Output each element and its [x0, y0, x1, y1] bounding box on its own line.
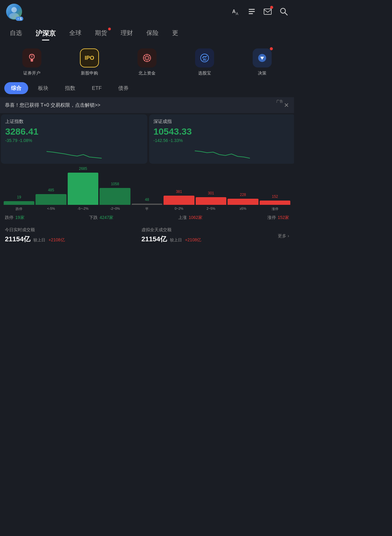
bar-label-2: -5~-2% [68, 207, 98, 211]
bar-col-limit-down: 19 [4, 195, 34, 205]
bar-label-7: ≥5% [228, 207, 258, 211]
volume-section: 今日实时成交额 21154亿 较上日 +2108亿 虚拟全天成交额 21154亿… [0, 224, 294, 249]
futures-dot [108, 28, 111, 30]
filter-sector[interactable]: 板块 [31, 82, 55, 94]
filter-tabs: 综合 板块 指数 ETF 债券 [0, 79, 294, 97]
bar-col-gte5: 228 [228, 193, 258, 205]
quick-item-account[interactable]: ¥ 证券开户 [3, 48, 61, 76]
shenzhen-sparkline [153, 145, 291, 161]
tab-more[interactable]: 更 [165, 25, 185, 42]
svg-line-22 [149, 56, 150, 57]
bar-val-gte5: 228 [240, 193, 246, 197]
mail-icon[interactable] [263, 7, 272, 18]
avatar-badge: 5 [16, 17, 23, 21]
svg-rect-8 [264, 9, 271, 14]
svg-rect-7 [249, 13, 253, 14]
tab-global[interactable]: 全球 [62, 25, 88, 42]
bar-body-limit-up [260, 201, 290, 205]
summary-label-rise: 上涨 [178, 215, 187, 220]
bar-labels: 跌停 <-5% -5~-2% -2~0% 平 0~2% 2~5% ≥5% 涨停 [2, 205, 292, 211]
volume-virtual-title: 虚拟全天成交额 [141, 227, 278, 233]
bar-label-4: 平 [132, 207, 162, 211]
bar-label-6: 2~5% [196, 207, 226, 211]
bar-body-minus2to0 [100, 188, 130, 205]
volume-virtual-change: +2108亿 [185, 237, 201, 243]
bar-body-0to2 [164, 196, 194, 205]
decision-dot [270, 47, 273, 50]
ipo-icon: IPO [80, 48, 99, 67]
index-card-shangzheng[interactable]: 上证指数 3286.41 -35.79 -1.08% [1, 114, 147, 164]
svg-text:A: A [232, 9, 236, 14]
bar-col-0to2: 381 [164, 190, 194, 205]
filter-bond[interactable]: 债券 [111, 82, 135, 94]
volume-today: 今日实时成交额 21154亿 较上日 +2108亿 [5, 227, 141, 244]
avatar-wrap[interactable]: 5 [6, 4, 23, 21]
font-size-icon[interactable]: A A [232, 7, 240, 18]
bar-col-minus2to0: 1058 [100, 182, 130, 205]
svg-point-1 [11, 7, 17, 13]
ipo-label: 新股申购 [81, 71, 98, 76]
summary-item-decline: 下跌 4247家 [89, 215, 113, 220]
summary-val-limitdown: 19家 [15, 215, 24, 220]
filter-comprehensive[interactable]: 综合 [4, 82, 28, 94]
bar-val-limit-up: 152 [272, 194, 278, 199]
shangzheng-change: -35.79 -1.08% [5, 138, 143, 143]
bar-label-8: 涨停 [260, 207, 290, 211]
ad-text: 恭喜！您已获得 T+0 交易权限，点击解锁>> [5, 102, 100, 109]
tab-futures[interactable]: 期货 [88, 25, 114, 42]
tab-licai[interactable]: 理财 [114, 25, 140, 42]
top-header: 5 A A [0, 0, 294, 25]
summary-item-limitup: 涨停 152家 [267, 215, 289, 220]
ad-banner[interactable]: 广告 恭喜！您已获得 T+0 交易权限，点击解锁>> ✕ [0, 97, 294, 113]
svg-point-15 [145, 56, 149, 59]
search-icon[interactable] [279, 7, 288, 18]
northbound-label: 北上资金 [138, 71, 156, 76]
svg-text:¥: ¥ [31, 55, 33, 58]
volume-virtual-value: 21154亿 [141, 235, 167, 244]
market-distribution-chart: 19 485 2685 1058 48 381 301 [0, 165, 294, 211]
menu-icon[interactable] [247, 7, 256, 18]
market-summary-row: 跌停 19家 下跌 4247家 上涨 1062家 涨停 152家 [0, 211, 294, 224]
bar-val-2to5: 301 [208, 191, 214, 195]
decision-label: 决策 [258, 71, 266, 76]
svg-text:AI: AI [203, 58, 206, 61]
quick-item-decision[interactable]: 决策 [233, 48, 291, 76]
quick-item-stockpicker[interactable]: AI 选股宝 [176, 48, 233, 76]
bar-chart: 19 485 2685 1058 48 381 301 [2, 168, 292, 205]
index-card-shenzhen[interactable]: 深证成指 10543.33 -142.56 -1.33% [149, 114, 294, 164]
svg-line-23 [145, 59, 146, 61]
volume-more-link[interactable]: 更多 › [278, 227, 289, 239]
volume-today-change-label: 较上日 [33, 237, 45, 243]
svg-rect-12 [31, 59, 33, 62]
shangzheng-name: 上证指数 [5, 119, 143, 124]
bar-body-minus5to2 [68, 173, 98, 205]
bar-label-3: -2~0% [100, 207, 130, 211]
svg-line-10 [285, 13, 287, 15]
volume-today-value: 21154亿 [5, 235, 30, 244]
svg-rect-6 [249, 11, 255, 12]
summary-item-limitdown: 跌停 19家 [5, 215, 24, 220]
quick-item-ipo[interactable]: IPO 新股申购 [61, 48, 118, 76]
account-icon: ¥ [22, 48, 41, 67]
tab-zixuan[interactable]: 自选 [3, 25, 29, 42]
quick-item-northbound[interactable]: 北上资金 [118, 48, 176, 76]
summary-val-decline: 4247家 [100, 215, 113, 220]
filter-index[interactable]: 指数 [58, 82, 82, 94]
volume-virtual-change-label: 较上日 [170, 237, 182, 243]
bar-body-lt5 [36, 194, 66, 205]
shangzheng-sparkline [5, 145, 143, 161]
ad-label: 广告 [276, 99, 283, 104]
bar-label-0: 跌停 [4, 207, 34, 211]
summary-label-limitup: 涨停 [267, 215, 276, 220]
bar-col-2to5: 301 [196, 191, 226, 205]
ad-close-button[interactable]: ✕ [284, 101, 289, 109]
svg-rect-5 [249, 9, 255, 10]
mail-notification-dot [270, 6, 273, 9]
bar-val-lt5: 485 [48, 188, 54, 192]
filter-etf[interactable]: ETF [85, 83, 108, 94]
shenzhen-name: 深证成指 [153, 119, 291, 124]
tab-insurance[interactable]: 保险 [140, 25, 165, 42]
summary-item-rise: 上涨 1062家 [178, 215, 202, 220]
bar-col-lt5: 485 [36, 188, 66, 205]
tab-hushen[interactable]: 沪深京 [29, 25, 62, 42]
